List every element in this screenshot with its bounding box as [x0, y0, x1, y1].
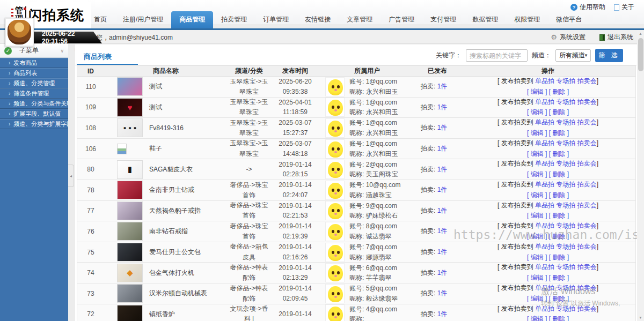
- publish-special-auction-link[interactable]: 专场拍: [556, 284, 575, 292]
- publish-single-auction-link[interactable]: 单品拍: [535, 139, 554, 147]
- auction-count-link[interactable]: 1件: [437, 310, 448, 318]
- scroll-down-icon[interactable]: ▼: [637, 314, 644, 321]
- product-thumbnail[interactable]: ▮: [117, 160, 143, 179]
- edit-link[interactable]: [ 编辑 ]: [527, 295, 547, 302]
- publish-single-auction-link[interactable]: 单品拍: [535, 77, 554, 85]
- edit-link[interactable]: [ 编辑 ]: [527, 274, 547, 281]
- product-thumbnail[interactable]: ◆: [117, 264, 143, 282]
- auction-count-link[interactable]: 1件: [437, 186, 448, 193]
- scrollbar-thumb[interactable]: [638, 38, 643, 71]
- publish-auction-event-link[interactable]: 拍卖会: [577, 263, 597, 271]
- sidebar-item[interactable]: ›商品列表: [0, 68, 68, 78]
- tab-product-list[interactable]: 商品列表: [84, 52, 112, 62]
- nav-tab[interactable]: 拍卖管理: [213, 11, 255, 28]
- delete-link[interactable]: [ 删除 ]: [549, 108, 569, 116]
- auction-count-link[interactable]: 1件: [437, 145, 448, 152]
- edit-link[interactable]: [ 编辑 ]: [527, 108, 547, 116]
- publish-special-auction-link[interactable]: 专场拍: [556, 263, 575, 271]
- nav-tab[interactable]: 权限管理: [506, 11, 548, 28]
- channel-select[interactable]: 所有频道 ▼: [555, 49, 591, 62]
- edit-link[interactable]: [ 编辑 ]: [527, 191, 547, 199]
- publish-special-auction-link[interactable]: 专场拍: [556, 118, 575, 126]
- delete-link[interactable]: [ 删除 ]: [549, 295, 569, 302]
- publish-single-auction-link[interactable]: 单品拍: [535, 160, 554, 167]
- delete-link[interactable]: [ 删除 ]: [549, 88, 569, 95]
- auction-count-link[interactable]: 1件: [437, 248, 448, 256]
- delete-link[interactable]: [ 删除 ]: [549, 170, 569, 178]
- product-thumbnail[interactable]: ♥: [117, 98, 143, 117]
- publish-single-auction-link[interactable]: 单品拍: [535, 118, 554, 126]
- sidebar-item[interactable]: ›频道、分类与条件关联: [0, 99, 68, 109]
- publish-single-auction-link[interactable]: 单品拍: [535, 201, 554, 209]
- publish-special-auction-link[interactable]: 专场拍: [556, 160, 575, 167]
- publish-auction-event-link[interactable]: 拍卖会: [577, 139, 597, 147]
- product-thumbnail[interactable]: [117, 284, 143, 303]
- auction-count-link[interactable]: 1件: [437, 166, 448, 173]
- publish-single-auction-link[interactable]: 单品拍: [535, 181, 554, 188]
- publish-single-auction-link[interactable]: 单品拍: [535, 263, 554, 271]
- edit-link[interactable]: [ 编辑 ]: [527, 129, 547, 137]
- nav-tab[interactable]: 微信平台: [548, 11, 590, 28]
- edit-link[interactable]: [ 编辑 ]: [527, 233, 547, 240]
- nav-tab[interactable]: 广告管理: [380, 11, 422, 28]
- publish-auction-event-link[interactable]: 拍卖会: [577, 201, 597, 209]
- edit-link[interactable]: [ 编辑 ]: [527, 212, 547, 219]
- sidebar-item[interactable]: ›频道、分类与扩展字段关联: [0, 119, 68, 129]
- auction-count-link[interactable]: 1件: [437, 207, 448, 214]
- delete-link[interactable]: [ 删除 ]: [549, 274, 569, 281]
- filter-button[interactable]: 筛 选: [595, 49, 623, 62]
- sidebar-item[interactable]: ›筛选条件管理: [0, 88, 68, 99]
- auction-count-link[interactable]: 1件: [437, 124, 448, 131]
- publish-single-auction-link[interactable]: 单品拍: [535, 98, 554, 106]
- publish-auction-event-link[interactable]: 拍卖会: [577, 243, 597, 250]
- publish-special-auction-link[interactable]: 专场拍: [556, 305, 575, 312]
- delete-link[interactable]: [ 删除 ]: [549, 150, 569, 158]
- publish-single-auction-link[interactable]: 单品拍: [535, 284, 554, 292]
- nav-tab[interactable]: 数据管理: [464, 11, 506, 28]
- publish-special-auction-link[interactable]: 专场拍: [556, 243, 575, 250]
- product-thumbnail[interactable]: [117, 144, 127, 154]
- publish-special-auction-link[interactable]: 专场拍: [556, 201, 575, 209]
- publish-special-auction-link[interactable]: 专场拍: [556, 222, 575, 229]
- publish-auction-event-link[interactable]: 拍卖会: [577, 118, 597, 126]
- delete-link[interactable]: [ 删除 ]: [549, 233, 569, 240]
- publish-special-auction-link[interactable]: 专场拍: [556, 77, 575, 85]
- about-link[interactable]: 关于: [614, 3, 634, 12]
- sidebar-item[interactable]: ›扩展字段、默认值: [0, 109, 68, 119]
- publish-auction-event-link[interactable]: 拍卖会: [577, 284, 597, 292]
- delete-link[interactable]: [ 删除 ]: [549, 191, 569, 199]
- publish-special-auction-link[interactable]: 专场拍: [556, 98, 575, 106]
- product-thumbnail[interactable]: ▪ ▪ ▪: [117, 118, 143, 137]
- delete-link[interactable]: [ 删除 ]: [549, 129, 569, 137]
- publish-auction-event-link[interactable]: 拍卖会: [577, 222, 597, 229]
- nav-tab[interactable]: 文章管理: [339, 11, 380, 28]
- system-settings-button[interactable]: ⚙ 系统设置: [551, 33, 586, 42]
- product-thumbnail[interactable]: [117, 201, 143, 220]
- product-thumbnail[interactable]: [117, 305, 143, 321]
- edit-link[interactable]: [ 编辑 ]: [527, 170, 547, 178]
- product-thumbnail[interactable]: [117, 222, 143, 241]
- keyword-input[interactable]: [466, 49, 528, 62]
- publish-auction-event-link[interactable]: 拍卖会: [577, 77, 597, 85]
- publish-single-auction-link[interactable]: 单品拍: [535, 305, 554, 312]
- publish-auction-event-link[interactable]: 拍卖会: [577, 305, 597, 312]
- auction-count-link[interactable]: 1件: [437, 227, 448, 235]
- product-thumbnail[interactable]: [117, 181, 143, 199]
- sidebar-collapse-handle[interactable]: ◂: [68, 165, 74, 187]
- sidebar-item[interactable]: ›发布商品: [0, 58, 68, 68]
- nav-tab[interactable]: 注册/用户管理: [115, 11, 171, 28]
- nav-tab[interactable]: 商品管理: [171, 11, 213, 28]
- product-thumbnail[interactable]: [117, 77, 143, 96]
- product-thumbnail[interactable]: [117, 243, 143, 262]
- auction-count-link[interactable]: 1件: [437, 289, 448, 297]
- edit-link[interactable]: [ 编辑 ]: [527, 150, 547, 158]
- scroll-up-icon[interactable]: ▲: [637, 30, 644, 37]
- auction-count-link[interactable]: 1件: [437, 269, 448, 277]
- nav-tab[interactable]: 订单管理: [255, 11, 297, 28]
- publish-special-auction-link[interactable]: 专场拍: [556, 181, 575, 188]
- nav-tab[interactable]: 友情链接: [297, 11, 339, 28]
- publish-auction-event-link[interactable]: 拍卖会: [577, 160, 597, 167]
- publish-auction-event-link[interactable]: 拍卖会: [577, 181, 597, 188]
- nav-tab[interactable]: 支付管理: [422, 11, 464, 28]
- delete-link[interactable]: [ 删除 ]: [549, 315, 569, 321]
